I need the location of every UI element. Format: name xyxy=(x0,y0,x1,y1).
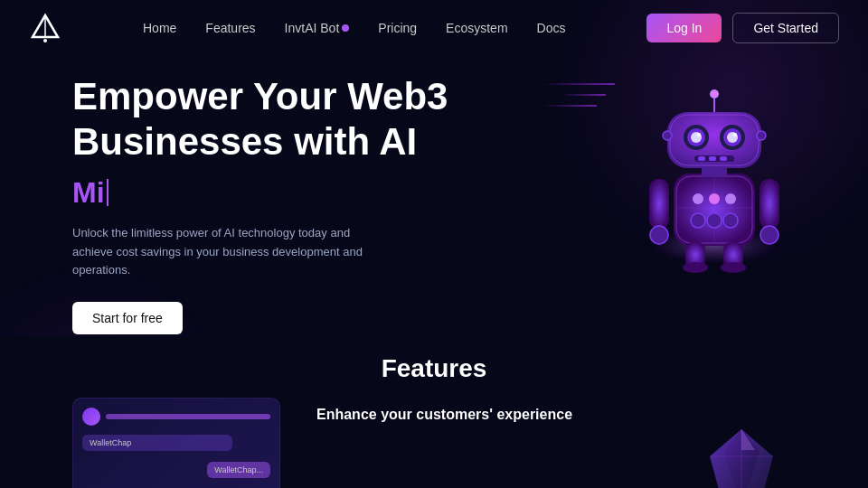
cursor-blink xyxy=(107,179,108,206)
deco-line-3 xyxy=(542,105,597,107)
get-started-button[interactable]: Get Started xyxy=(732,13,839,43)
svg-point-32 xyxy=(733,133,737,136)
preview-bubble-1: WalletChap xyxy=(82,435,232,451)
hero-description: Unlock the limitless power of AI technol… xyxy=(72,224,380,280)
svg-point-20 xyxy=(650,226,668,244)
svg-point-9 xyxy=(709,193,720,204)
features-title: Features xyxy=(72,354,796,383)
svg-rect-35 xyxy=(709,156,716,161)
preview-inner: WalletChap WalletChap... xyxy=(73,399,279,488)
typing-animation: Mi xyxy=(72,176,488,210)
svg-point-2 xyxy=(43,39,47,42)
feature-text: Enhance your customers' experience xyxy=(316,398,796,423)
crystal-svg xyxy=(687,425,796,488)
svg-point-41 xyxy=(757,131,766,140)
svg-point-16 xyxy=(683,262,708,273)
login-button[interactable]: Log In xyxy=(646,14,722,42)
svg-point-39 xyxy=(712,91,717,97)
logo-icon xyxy=(29,12,61,44)
svg-point-17 xyxy=(721,262,746,273)
svg-rect-34 xyxy=(698,156,705,161)
hero-text-block: Empower Your Web3 Businesses with AI Mi … xyxy=(72,74,488,352)
nav-item-pricing[interactable]: Pricing xyxy=(378,20,417,36)
navbar: Home Features InvtAI Bot Pricing Ecosyst… xyxy=(0,0,868,56)
features-section: Features WalletChap WalletChap... Enhanc… xyxy=(0,336,868,488)
preview-bubble-2: WalletChap... xyxy=(207,462,270,478)
svg-rect-18 xyxy=(649,179,669,229)
svg-point-8 xyxy=(693,193,703,204)
nav-item-ecosystem[interactable]: Ecosystem xyxy=(446,20,507,36)
features-row: WalletChap WalletChap... Enhance your cu… xyxy=(72,398,796,488)
svg-rect-19 xyxy=(760,179,779,229)
svg-point-40 xyxy=(663,131,672,140)
feature-chat-preview: WalletChap WalletChap... xyxy=(72,398,280,488)
nav-item-features[interactable]: Features xyxy=(205,20,255,36)
nav-item-invtaibot[interactable]: InvtAI Bot xyxy=(285,20,350,36)
svg-rect-36 xyxy=(720,156,727,161)
crystal-decoration xyxy=(687,425,796,488)
svg-point-28 xyxy=(697,133,701,136)
nav-links: Home Features InvtAI Bot Pricing Ecosyst… xyxy=(143,20,565,36)
svg-point-10 xyxy=(725,193,736,204)
deco-line-1 xyxy=(542,83,615,85)
logo[interactable] xyxy=(29,12,61,44)
nav-item-home[interactable]: Home xyxy=(143,20,176,36)
svg-point-13 xyxy=(723,213,738,228)
feature-subtitle: Enhance your customers' experience xyxy=(316,407,796,423)
svg-point-11 xyxy=(691,213,705,228)
nav-actions: Log In Get Started xyxy=(646,13,839,43)
new-badge-dot xyxy=(342,24,349,32)
hero-section: Empower Your Web3 Businesses with AI Mi … xyxy=(0,56,868,336)
hero-title: Empower Your Web3 Businesses with AI xyxy=(72,74,488,165)
deco-lines xyxy=(542,83,615,116)
deco-line-2 xyxy=(561,94,606,96)
nav-item-docs[interactable]: Docs xyxy=(537,20,566,36)
start-free-button[interactable]: Start for free xyxy=(72,302,183,334)
svg-point-21 xyxy=(760,226,778,244)
robot-svg xyxy=(633,65,796,282)
hero-robot-illustration xyxy=(633,65,796,282)
svg-point-12 xyxy=(707,213,722,228)
